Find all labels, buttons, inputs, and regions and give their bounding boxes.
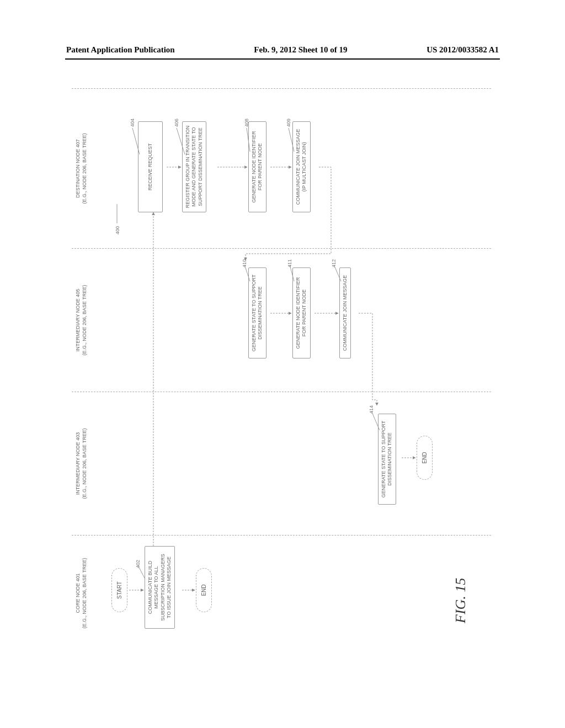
lane-inter2: INTERMEDIARY NODE 405 (E.G., NODE 206, B… (72, 248, 491, 392)
label-414: 414 (369, 405, 374, 414)
lane-dest: DESTINATION NODE 407 (E.G., NODE 206, BA… (72, 88, 491, 248)
lane-title-inter2: INTERMEDIARY NODE 405 (E.G., NODE 206, B… (75, 251, 88, 389)
label-406: 406 (174, 119, 179, 127)
lane-title-inter1: INTERMEDIARY NODE 403 (E.G., NODE 206, B… (75, 394, 88, 533)
step-406: REGISTER GROUP IN TRANSITION MODE AND GE… (182, 121, 206, 212)
step-410: GENERATE STATE TO SUPPORT DISSEMINATION … (248, 267, 266, 358)
figure-label: FIG. 15 (452, 578, 469, 623)
header-rule (65, 58, 500, 60)
step-408: GENERATE NODE IDENTIFIER FOR PARENT NODE (248, 121, 266, 212)
lane-title-dest: DESTINATION NODE 407 (E.G., NODE 206, BA… (75, 91, 88, 246)
header-center: Feb. 9, 2012 Sheet 10 of 19 (254, 45, 347, 55)
page-header: Patent Application Publication Feb. 9, 2… (66, 45, 499, 55)
step-402: COMMUNICATE BUILD MESSAGE TO ALL SUBSCRI… (145, 546, 175, 629)
label-402: 402 (135, 560, 141, 568)
end1-terminator: END (196, 568, 212, 612)
step-411: GENERATE NODE IDENTIFIER FOR PARENT NODE (292, 267, 311, 358)
step-409: COMMUNICATE JOIN MESSAGE (IP MULTICAST J… (292, 121, 311, 212)
start-terminator: START (111, 568, 127, 612)
end2-terminator: END (417, 436, 433, 480)
label-404: 404 (130, 119, 135, 127)
label-411: 411 (287, 259, 292, 267)
figure-wrap: CORE NODE 401 (E.G., NODE 206, BASE TREE… (72, 88, 491, 662)
diagram-number: 400 (115, 226, 120, 234)
lane-core: CORE NODE 401 (E.G., NODE 206, BASE TREE… (72, 535, 491, 651)
label-412: 412 (331, 259, 337, 267)
lane-title-core: CORE NODE 401 (E.G., NODE 206, BASE TREE… (75, 538, 88, 649)
header-right: US 2012/0033582 A1 (427, 45, 499, 55)
label-410: 410 (242, 259, 247, 267)
step-404: RECEIVE REQUEST (138, 121, 163, 212)
step-414: GENERATE STATE TO SUPPORT DISSEMINATION … (378, 414, 396, 505)
step-412: COMMUNICATE JOIN MESSAGE (339, 267, 351, 358)
diagram: CORE NODE 401 (E.G., NODE 206, BASE TREE… (72, 88, 491, 651)
header-left: Patent Application Publication (66, 45, 175, 55)
label-409: 409 (286, 119, 291, 127)
